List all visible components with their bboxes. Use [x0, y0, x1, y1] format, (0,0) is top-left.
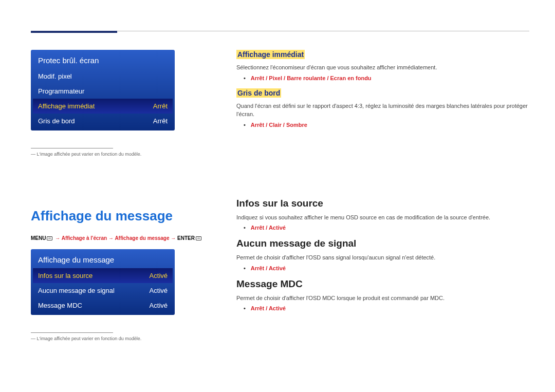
model-note: ― L'image affichée peut varier en foncti…	[31, 152, 206, 157]
osd-row-value: Arrêt	[153, 102, 168, 110]
bullet-icon: •	[244, 265, 246, 271]
osd-panel-message-display: Affichage du message Infos sur la source…	[31, 249, 175, 315]
heading-source-info: Infos sur la source	[236, 198, 529, 209]
osd-row-label: Infos sur la source	[38, 272, 92, 279]
breadcrumb-path: Affichage à l'écran	[62, 235, 107, 241]
breadcrumb-arrow: →	[108, 235, 114, 241]
options-no-signal: Arrêt / Activé	[251, 265, 286, 271]
options-immediate: Arrêt / Pixel / Barre roulante / Ecran e…	[251, 75, 372, 81]
desc-source-info: Indiquez si vous souhaitez afficher le m…	[236, 213, 529, 222]
note-divider	[31, 332, 113, 333]
osd-row-selected[interactable]: Affichage immédiat Arrêt	[33, 99, 173, 114]
menu-icon	[47, 236, 52, 240]
osd-row[interactable]: Gris de bord Arrêt	[31, 114, 175, 128]
note-divider	[31, 148, 113, 148]
desc-side-gray: Quand l'écran est défini sur le rapport …	[236, 102, 529, 119]
osd-row-selected[interactable]: Infos sur la source Activé	[33, 268, 173, 283]
breadcrumb-arrow: →	[171, 235, 176, 241]
bullet-icon: •	[244, 225, 246, 231]
section-heading-message-display: Affichage du message	[31, 208, 206, 224]
heading-mdc-message: Message MDC	[236, 278, 529, 290]
breadcrumb-enter: ENTER	[177, 235, 195, 241]
osd-row[interactable]: Aucun message de signal Activé	[31, 283, 175, 298]
bullet-icon: •	[244, 75, 246, 81]
breadcrumb-arrow: →	[55, 235, 60, 241]
options-mdc: Arrêt / Activé	[251, 305, 286, 311]
osd-panel-title: Affichage du message	[31, 252, 175, 268]
osd-row-label: Aucun message de signal	[38, 287, 115, 294]
model-note: ― L'image affichée peut varier en foncti…	[31, 336, 206, 341]
osd-row-label: Affichage immédiat	[38, 102, 95, 110]
osd-panel-title: Protec brûl. écran	[31, 53, 175, 69]
enter-icon	[196, 236, 201, 240]
options-row: • Arrêt / Activé	[244, 225, 529, 231]
options-source-info: Arrêt / Activé	[251, 225, 286, 231]
bullet-icon: •	[244, 122, 246, 128]
heading-no-signal: Aucun message de signal	[236, 238, 529, 249]
osd-row[interactable]: Modif. pixel	[31, 69, 175, 84]
breadcrumb: MENU → Affichage à l'écran → Affichage d…	[31, 235, 206, 241]
breadcrumb-menu: MENU	[31, 235, 46, 241]
bullet-icon: •	[244, 305, 246, 311]
options-side-gray: Arrêt / Clair / Sombre	[251, 122, 307, 128]
options-row: • Arrêt / Activé	[244, 305, 529, 311]
breadcrumb-path: Affichage du message	[115, 235, 169, 241]
osd-row-value: Activé	[150, 287, 168, 294]
osd-row-label: Message MDC	[38, 302, 82, 309]
osd-row-value: Activé	[150, 272, 168, 279]
desc-immediate: Sélectionnez l'économiseur d'écran que v…	[236, 63, 529, 72]
osd-row-value: Activé	[150, 302, 168, 309]
options-row: • Arrêt / Clair / Sombre	[244, 122, 529, 128]
osd-panel-screen-burn: Protec brûl. écran Modif. pixel Programm…	[31, 50, 175, 130]
osd-row-value: Arrêt	[153, 117, 168, 125]
osd-row[interactable]: Message MDC Activé	[31, 298, 175, 313]
heading-side-gray: Gris de bord	[236, 88, 281, 98]
osd-row[interactable]: Programmateur	[31, 84, 175, 99]
desc-mdc: Permet de choisir d'afficher l'OSD MDC l…	[236, 294, 529, 303]
options-row: • Arrêt / Activé	[244, 265, 529, 271]
osd-row-label: Modif. pixel	[38, 72, 72, 80]
osd-row-label: Gris de bord	[38, 117, 75, 125]
heading-immediate-display: Affichage immédiat	[236, 50, 305, 59]
options-row: • Arrêt / Pixel / Barre roulante / Ecran…	[244, 75, 529, 81]
desc-no-signal: Permet de choisir d'afficher l'OSD sans …	[236, 253, 529, 262]
header-accent	[31, 31, 117, 33]
osd-row-label: Programmateur	[38, 87, 84, 95]
